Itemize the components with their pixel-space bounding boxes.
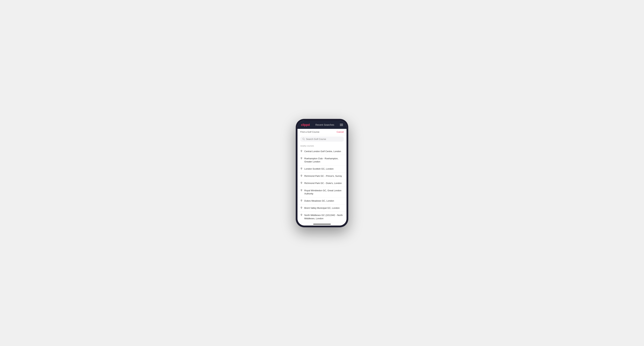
course-name: Richmond Park GC - Prince's, Surrey	[304, 174, 342, 178]
home-indicator	[298, 222, 346, 225]
phone-screen: clippd Recent Searches Find a Golf Cours…	[298, 121, 346, 225]
header-title: Recent Searches	[315, 123, 334, 126]
home-bar	[313, 224, 331, 224]
nearby-courses-section: Nearby courses Central London Golf Centr…	[298, 143, 346, 222]
course-name: Dukes Meadows GC, London	[304, 199, 334, 202]
course-item[interactable]: Brent Valley Municipal GC, London	[298, 204, 346, 212]
course-name: Central London Golf Centre, London	[304, 150, 341, 153]
search-input[interactable]	[306, 138, 342, 140]
pin-icon	[300, 157, 302, 160]
course-item[interactable]: North Middlesex GC (1011942 - North Midd…	[298, 212, 346, 222]
pin-icon	[300, 175, 302, 177]
search-box[interactable]	[300, 137, 344, 142]
menu-icon[interactable]	[340, 124, 343, 126]
course-name: Roehampton Club - Roehampton, Greater Lo…	[304, 157, 344, 163]
course-name: Brent Valley Municipal GC, London	[304, 206, 340, 210]
pin-icon	[300, 207, 302, 209]
cancel-button[interactable]: Cancel	[337, 131, 344, 133]
pin-icon	[300, 168, 302, 170]
course-item[interactable]: Richmond Park GC - Prince's, Surrey	[298, 173, 346, 180]
course-name: North Middlesex GC (1011942 - North Midd…	[304, 214, 344, 220]
app-header: clippd Recent Searches	[298, 121, 346, 129]
course-name: London Scottish GC, London	[304, 167, 334, 171]
course-item[interactable]: Central London Golf Centre, London	[298, 148, 346, 155]
course-name: Richmond Park GC - Duke's, London	[304, 182, 342, 185]
pin-icon	[300, 182, 302, 184]
course-item[interactable]: Royal Wimbledon GC, Great London Authori…	[298, 187, 346, 197]
course-item[interactable]: Dukes Meadows GC, London	[298, 197, 346, 204]
course-list: Central London Golf Centre, London Roeha…	[298, 148, 346, 222]
course-item[interactable]: London Scottish GC, London	[298, 166, 346, 173]
phone-device: clippd Recent Searches Find a Golf Cours…	[296, 119, 348, 227]
search-row	[298, 135, 346, 143]
pin-icon	[300, 189, 302, 192]
find-label: Find a Golf Course	[300, 131, 319, 133]
nearby-header: Nearby courses	[298, 143, 346, 148]
course-item[interactable]: Richmond Park GC - Duke's, London	[298, 180, 346, 187]
pin-icon	[300, 214, 302, 216]
pin-icon	[300, 150, 302, 153]
pin-icon	[300, 199, 302, 202]
course-name: Royal Wimbledon GC, Great London Authori…	[304, 189, 344, 195]
svg-line-1	[304, 140, 305, 140]
app-logo: clippd	[301, 123, 310, 127]
search-icon	[302, 138, 305, 140]
find-golf-course-row: Find a Golf Course Cancel	[298, 129, 346, 135]
course-item[interactable]: Roehampton Club - Roehampton, Greater Lo…	[298, 155, 346, 166]
